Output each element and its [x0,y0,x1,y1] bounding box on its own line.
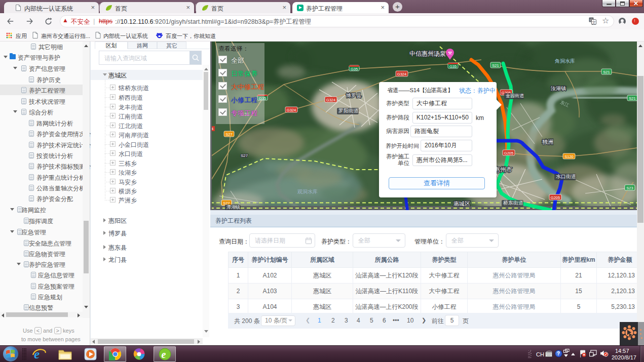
svg-text:G35: G35 [449,64,457,69]
svg-text:⚒: ⚒ [448,51,452,56]
svg-text:S21: S21 [629,96,635,101]
svg-text:观洞水库: 观洞水库 [297,189,318,194]
svg-text:S21: S21 [603,70,610,74]
svg-text:G205: G205 [504,151,513,155]
svg-text:金园街道: 金园街道 [506,93,524,98]
svg-text:文: 文 [592,20,596,25]
svg-text:S27: S27 [225,132,232,137]
svg-text:G324: G324 [397,72,406,76]
svg-text:独洲: 独洲 [542,139,553,145]
svg-text:G324: G324 [326,98,335,102]
svg-text:S27: S27 [241,153,248,158]
svg-text:惠城区: 惠城区 [453,200,470,207]
svg-text:e: e [162,349,166,360]
svg-text:S23: S23 [626,186,633,190]
svg-text:罗阳街道: 罗阳街道 [338,108,359,113]
svg-text:G324: G324 [287,108,296,112]
svg-text:S21: S21 [492,63,499,68]
svg-text:桥东街道: 桥东街道 [503,200,523,206]
svg-text:中信惠州汤泉: 中信惠州汤泉 [409,50,446,57]
svg-text:水口街道: 水口街道 [556,174,576,179]
svg-text:G205: G205 [551,195,560,200]
svg-text:S120: S120 [564,154,574,159]
svg-text:角洞水库: 角洞水库 [555,58,575,64]
svg-text:汝湖镇: 汝湖镇 [551,86,566,91]
svg-text:博罗县: 博罗县 [346,93,362,98]
svg-text:G35: G35 [351,67,358,71]
svg-text:潭湖镇: 潭湖镇 [226,205,240,210]
